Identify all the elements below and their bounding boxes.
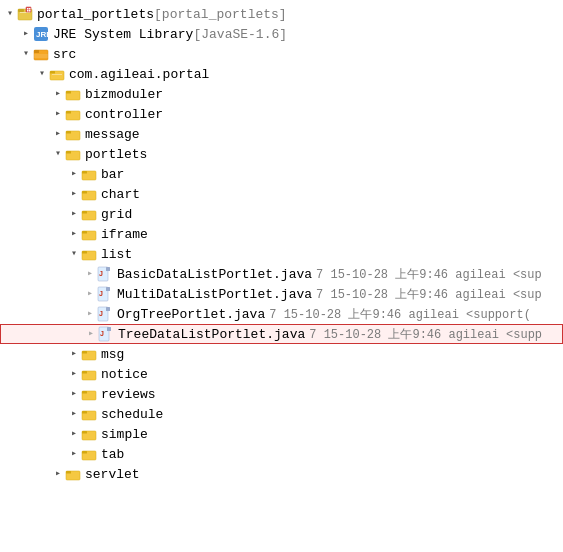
- bizmoduler-arrow: [52, 88, 64, 100]
- package-icon-grid: [81, 206, 97, 222]
- message-arrow: [52, 128, 64, 140]
- svg-rect-24: [66, 151, 71, 154]
- tree-item-list[interactable]: list: [0, 244, 563, 264]
- tree-root[interactable]: portal_portlets [portal_portlets]: [0, 4, 563, 24]
- portlets-arrow: [52, 148, 64, 160]
- package-icon-msg: [81, 346, 97, 362]
- tree-item-jre[interactable]: JRE JRE System Library [JavaSE-1.6]: [0, 24, 563, 44]
- basicdatalist-arrow: [84, 268, 96, 280]
- jre-arrow: [20, 28, 32, 40]
- chart-label: chart: [101, 187, 140, 202]
- svg-text:J: J: [100, 330, 104, 337]
- schedule-label: schedule: [101, 407, 163, 422]
- tab-arrow: [68, 448, 80, 460]
- package-icon-portlets: [65, 146, 81, 162]
- package-icon-message: [65, 126, 81, 142]
- jre-icon: JRE: [33, 26, 49, 42]
- java-icon-treedatalist: J: [98, 326, 114, 342]
- tree-item-controller[interactable]: controller: [0, 104, 563, 124]
- svg-rect-18: [66, 91, 71, 94]
- portlets-label: portlets: [85, 147, 147, 162]
- tree-item-tab[interactable]: tab: [0, 444, 563, 464]
- tree-item-bizmoduler[interactable]: bizmoduler: [0, 84, 563, 104]
- tree-item-treedatalist[interactable]: J TreeDataListPortlet.java 7 15-10-28 上午…: [0, 324, 563, 344]
- svg-rect-16: [52, 74, 62, 75]
- treedatalist-meta: 7 15-10-28 上午9:46 agileai <supp: [309, 326, 542, 343]
- bar-label: bar: [101, 167, 124, 182]
- schedule-arrow: [68, 408, 80, 420]
- treedatalist-arrow: [85, 328, 97, 340]
- tree-item-servlet[interactable]: servlet: [0, 464, 563, 484]
- svg-rect-36: [106, 267, 110, 271]
- jre-label: JRE System Library: [53, 27, 193, 42]
- svg-rect-45: [107, 327, 111, 331]
- package-icon-list: [81, 246, 97, 262]
- package-icon-chart: [81, 186, 97, 202]
- tree-item-message[interactable]: message: [0, 124, 563, 144]
- svg-rect-6: [27, 10, 29, 12]
- bar-arrow: [68, 168, 80, 180]
- svg-rect-20: [66, 111, 71, 114]
- java-icon-multidatalist: J: [97, 286, 113, 302]
- package-icon-bizmoduler: [65, 86, 81, 102]
- root-bracket: [portal_portlets]: [154, 7, 287, 22]
- svg-rect-1: [18, 9, 24, 12]
- reviews-label: reviews: [101, 387, 156, 402]
- svg-rect-26: [82, 171, 87, 174]
- tree-item-basicdatalist[interactable]: J BasicDataListPortlet.java 7 15-10-28 上…: [0, 264, 563, 284]
- package-icon-schedule: [81, 406, 97, 422]
- basicdatalist-meta: 7 15-10-28 上午9:46 agileai <sup: [316, 266, 542, 283]
- java-icon-basicdatalist: J: [97, 266, 113, 282]
- svg-text:JRE: JRE: [36, 30, 49, 39]
- svg-rect-60: [66, 471, 71, 474]
- tree-item-orgtreeportlet[interactable]: J OrgTreePortlet.java 7 15-10-28 上午9:46 …: [0, 304, 563, 324]
- src-label: src: [53, 47, 76, 62]
- grid-label: grid: [101, 207, 132, 222]
- package-icon-bar: [81, 166, 97, 182]
- tree-item-portlets[interactable]: portlets: [0, 144, 563, 164]
- tree-item-chart[interactable]: chart: [0, 184, 563, 204]
- iframe-label: iframe: [101, 227, 148, 242]
- file-tree: portal_portlets [portal_portlets] JRE JR…: [0, 0, 563, 488]
- package-icon-servlet: [65, 466, 81, 482]
- tree-item-src[interactable]: src: [0, 44, 563, 64]
- package-icon-iframe: [81, 226, 97, 242]
- tree-item-com[interactable]: com.agileai.portal: [0, 64, 563, 84]
- notice-arrow: [68, 368, 80, 380]
- svg-rect-22: [66, 131, 71, 134]
- tree-item-bar[interactable]: bar: [0, 164, 563, 184]
- svg-rect-15: [50, 71, 55, 74]
- src-arrow: [20, 48, 32, 60]
- package-icon-controller: [65, 106, 81, 122]
- list-label: list: [101, 247, 132, 262]
- svg-rect-4: [27, 8, 29, 10]
- msg-label: msg: [101, 347, 124, 362]
- servlet-arrow: [52, 468, 64, 480]
- grid-arrow: [68, 208, 80, 220]
- controller-arrow: [52, 108, 64, 120]
- tree-item-grid[interactable]: grid: [0, 204, 563, 224]
- msg-arrow: [68, 348, 80, 360]
- tree-item-multidatalist[interactable]: J MultiDataListPortlet.java 7 15-10-28 上…: [0, 284, 563, 304]
- tree-item-simple[interactable]: simple: [0, 424, 563, 444]
- tree-item-notice[interactable]: notice: [0, 364, 563, 384]
- svg-rect-34: [82, 251, 87, 254]
- treedatalist-label: TreeDataListPortlet.java: [118, 327, 305, 342]
- tree-item-schedule[interactable]: schedule: [0, 404, 563, 424]
- svg-rect-48: [82, 351, 87, 354]
- tree-item-iframe[interactable]: iframe: [0, 224, 563, 244]
- simple-label: simple: [101, 427, 148, 442]
- tree-item-reviews[interactable]: reviews: [0, 384, 563, 404]
- bizmoduler-label: bizmoduler: [85, 87, 163, 102]
- svg-rect-58: [82, 451, 87, 454]
- com-arrow: [36, 68, 48, 80]
- com-label: com.agileai.portal: [69, 67, 209, 82]
- tree-item-msg[interactable]: msg: [0, 344, 563, 364]
- svg-text:J: J: [99, 310, 103, 317]
- package-icon-com: [49, 66, 65, 82]
- java-icon-orgtreeportlet: J: [97, 306, 113, 322]
- notice-label: notice: [101, 367, 148, 382]
- multidatalist-label: MultiDataListPortlet.java: [117, 287, 312, 302]
- svg-rect-30: [82, 211, 87, 214]
- servlet-label: servlet: [85, 467, 140, 482]
